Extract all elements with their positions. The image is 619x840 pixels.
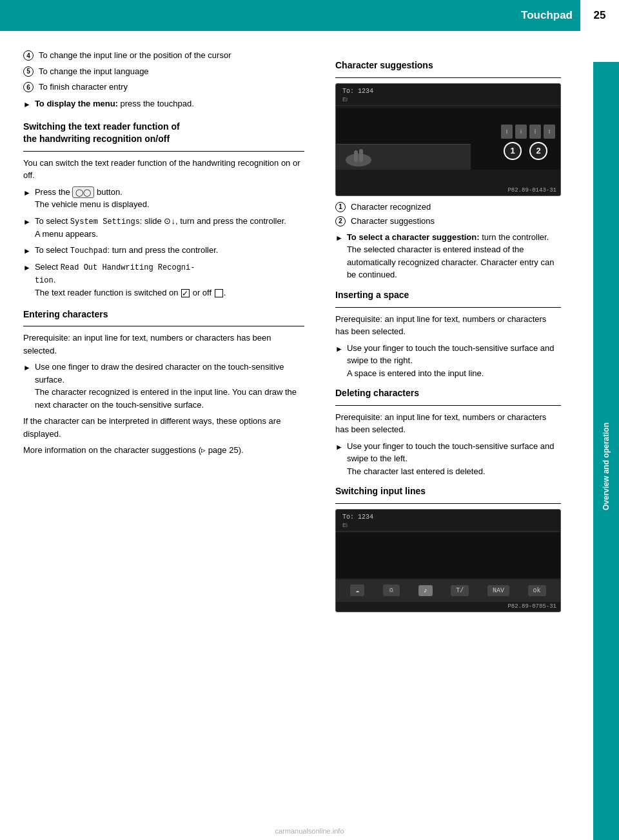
circle-6: 6 [23, 82, 34, 92]
arrow-icon-2: ► [23, 187, 31, 199]
screen-num-1: 1 [504, 142, 522, 160]
screen2-bottom-bar: ☁ ⛭ ♪ T/ NAV ok [336, 579, 560, 602]
main-content: Overview and operation 4 To change the i… [0, 31, 619, 840]
entering-body2: If the character can be interpreted in d… [23, 415, 304, 440]
char-bar-item: í [529, 125, 541, 139]
char-suggestions-screen: To: 1234 Ei 1 2 I i [335, 83, 561, 196]
char-bar-item: I [501, 125, 513, 139]
entering-body3: More information on the character sugges… [23, 444, 304, 457]
caption-num-1: 1 [335, 202, 346, 212]
arrow-icon-1: ► [23, 99, 31, 110]
caption-1: 1 Character recognized [335, 201, 561, 213]
hand-icon [342, 147, 375, 166]
footer-website: carmanualsonline.info [0, 827, 619, 835]
step-system-text: To select System Settings: slide ⊙↓, tur… [35, 215, 286, 241]
svg-point-0 [346, 154, 371, 166]
swipe-left-text: Use your finger to touch the touch-sensi… [347, 440, 561, 478]
bottom-btn-3: ♪ [418, 585, 433, 596]
step-draw-text: Use one finger to draw the desired chara… [35, 361, 304, 411]
divider-3 [335, 77, 561, 78]
arrow-icon-7: ► [335, 232, 343, 244]
caption-1-text: Character recognized [351, 201, 431, 213]
bottom-btn-5: NAV [487, 585, 509, 596]
bottom-btn-2: ⛭ [383, 585, 400, 596]
select-char-text: To select a character suggestion: turn t… [347, 231, 561, 281]
step-readout-text: Select Read Out Handwriting Recogni-tion… [35, 261, 226, 299]
step-press-button: ► Press the ◯◯ button.The vehicle menu i… [23, 186, 304, 211]
bottom-btn-4: T/ [451, 585, 469, 596]
page-number: 25 [580, 0, 619, 31]
entering-prereq: Prerequisite: an input line for text, nu… [23, 332, 304, 357]
arrow-display-menu: ► To display the menu: press the touchpa… [23, 97, 304, 110]
char-bar-item: ï [544, 125, 555, 139]
svg-rect-2 [359, 149, 363, 162]
section-delete-heading: Deleting characters [335, 387, 561, 400]
step-select-readout: ► Select Read Out Handwriting Recogni-ti… [23, 261, 304, 299]
img-ref-2: P82.89-0785-31 [507, 603, 556, 610]
screen-label-ei: Ei [336, 96, 560, 104]
img-ref-1: P82.89-0143-31 [507, 187, 556, 194]
header-teal-bg [0, 0, 529, 31]
side-tab-label: Overview and operation [602, 413, 611, 520]
char-bars: I i í ï [501, 125, 555, 139]
svg-rect-1 [354, 150, 358, 162]
divider-2 [23, 326, 304, 326]
screen-label-to: To: 1234 [336, 84, 560, 96]
bottom-btn-6: ok [528, 585, 546, 596]
input-lines-screen: To: 1234 Ei ☁ ⛭ ♪ T/ NAV ok P82.89-0785-… [335, 509, 561, 612]
arrow-icon-6: ► [23, 362, 31, 374]
divider-1 [23, 151, 304, 152]
screen-div-1 [336, 105, 560, 106]
display-menu-text: To display the menu: press the touchpad. [35, 97, 194, 110]
step-swipe-right: ► Use your finger to touch the touch-sen… [335, 342, 561, 380]
step-select-touchpad: ► To select Touchpad: turn and press the… [23, 244, 304, 257]
left-column: 4 To change the input line or the positi… [0, 31, 322, 840]
step-touchpad-text: To select Touchpad: turn and press the c… [35, 244, 219, 257]
arrow-icon-9: ► [335, 441, 343, 453]
caption-2: 2 Character suggestions [335, 215, 561, 227]
switching-body: You can switch the text reader function … [23, 157, 304, 182]
step-swipe-left: ► Use your finger to touch the touch-sen… [335, 440, 561, 478]
section-char-heading: Character suggestions [335, 59, 561, 72]
screen2-label-to: To: 1234 [336, 510, 560, 522]
section-entering-heading: Entering characters [23, 308, 304, 321]
section-space-heading: Inserting a space [335, 289, 561, 302]
divider-6 [335, 503, 561, 504]
delete-prereq: Prerequisite: an input line for text, nu… [335, 411, 561, 436]
header: Touchpad 25 [0, 0, 619, 31]
arrow-icon-8: ► [335, 343, 343, 355]
section-switch-heading: Switching input lines [335, 485, 561, 498]
numbered-item-4: 4 To change the input line or the positi… [23, 49, 304, 62]
caption-2-text: Character suggestions [351, 215, 435, 227]
step-select-system: ► To select System Settings: slide ⊙↓, t… [23, 215, 304, 241]
step-draw-char: ► Use one finger to draw the desired cha… [23, 361, 304, 411]
step-select-char-suggestion: ► To select a character suggestion: turn… [335, 231, 561, 281]
screen2-dark [336, 533, 560, 578]
char-bar-item: i [515, 125, 527, 139]
divider-4 [335, 307, 561, 308]
section-switching-heading: Switching the text reader function ofthe… [23, 121, 304, 146]
bottom-btn-1: ☁ [350, 585, 364, 596]
right-column: Character suggestions To: 1234 Ei 1 2 [322, 31, 593, 840]
checkbox-empty [215, 289, 223, 297]
screen-dark-1: 1 2 I i í ï [336, 108, 560, 170]
space-prereq: Prerequisite: an input line for text, nu… [335, 313, 561, 338]
arrow-icon-4: ► [23, 245, 31, 257]
swipe-right-text: Use your finger to touch the touch-sensi… [347, 342, 561, 380]
caption-num-2: 2 [335, 216, 346, 226]
arrow-icon-3: ► [23, 216, 31, 228]
arrow-icon-5: ► [23, 262, 31, 274]
item-6-text: To finish character entry [39, 81, 128, 94]
screen-div-2 [336, 531, 560, 532]
item-5-text: To change the input language [39, 65, 149, 78]
side-tab: Overview and operation [593, 62, 619, 840]
circle-5: 5 [23, 66, 34, 77]
circle-4: 4 [23, 50, 34, 61]
checkbox-checked [181, 289, 190, 297]
screen2-label-ei: Ei [336, 522, 560, 530]
numbered-item-5: 5 To change the input language [23, 65, 304, 78]
hand-area [336, 144, 471, 170]
step-press-text: Press the ◯◯ button.The vehicle menu is … [35, 186, 150, 211]
header-title: Touchpad [490, 0, 580, 31]
screen-num-2: 2 [529, 142, 547, 160]
